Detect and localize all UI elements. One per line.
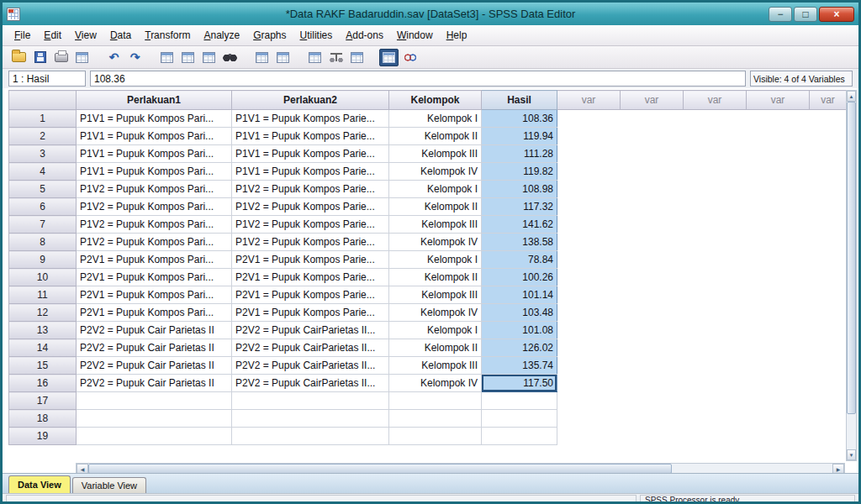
cell-kelompok[interactable]: Kelompok IV [389, 163, 482, 181]
cell-var[interactable] [557, 428, 621, 445]
cell-var[interactable] [557, 269, 621, 286]
row-number[interactable]: 5 [9, 181, 77, 198]
cell-var[interactable] [621, 375, 684, 392]
cell-var[interactable] [684, 410, 747, 428]
cell-var[interactable] [810, 234, 847, 251]
row-number[interactable]: 4 [9, 163, 77, 181]
cell-var[interactable] [621, 251, 684, 269]
cell-var[interactable] [557, 286, 621, 304]
cell-var[interactable] [621, 269, 684, 286]
cell-hasil[interactable]: 108.36 [482, 110, 557, 128]
cell-hasil[interactable]: 117.50 [482, 375, 557, 392]
cell-kelompok[interactable]: Kelompok II [389, 339, 482, 357]
print-button[interactable] [51, 49, 71, 66]
cell-var[interactable] [557, 339, 621, 357]
column-header-var-6[interactable]: var [684, 91, 747, 110]
cell-empty[interactable] [482, 392, 557, 410]
tab-variable-view[interactable]: Variable View [72, 477, 146, 493]
cell-var[interactable] [747, 110, 810, 128]
cell-kelompok[interactable]: Kelompok II [389, 128, 482, 145]
cell-perlakuan1[interactable]: P2V2 = Pupuk Cair Parietas II [77, 357, 232, 375]
row-number[interactable]: 3 [9, 145, 77, 163]
cell-var[interactable] [810, 339, 847, 357]
cell-var[interactable] [747, 163, 810, 181]
cell-perlakuan1[interactable]: P1V1 = Pupuk Kompos Pari... [77, 145, 232, 163]
cell-var[interactable] [621, 110, 684, 128]
cell-var[interactable] [621, 286, 684, 304]
cell-empty[interactable] [389, 428, 482, 445]
cell-var[interactable] [557, 110, 621, 128]
cell-var[interactable] [810, 375, 847, 392]
weight-cases-button[interactable] [326, 49, 346, 66]
menu-item-file[interactable]: File [8, 26, 37, 45]
cell-perlakuan1[interactable]: P1V1 = Pupuk Kompos Pari... [77, 110, 232, 128]
row-number[interactable]: 6 [9, 198, 77, 216]
value-labels-button[interactable] [379, 49, 399, 66]
row-number[interactable]: 1 [9, 110, 77, 128]
vertical-scrollbar[interactable]: ▲ ▼ [846, 90, 857, 461]
cell-perlakuan2[interactable]: P2V1 = Pupuk Kompos Parie... [232, 286, 389, 304]
cell-var[interactable] [747, 339, 810, 357]
goto-case-button[interactable] [178, 49, 198, 66]
cell-empty[interactable] [482, 410, 557, 428]
cell-empty[interactable] [389, 410, 482, 428]
cell-perlakuan1[interactable]: P2V1 = Pupuk Kompos Pari... [77, 286, 232, 304]
menu-item-help[interactable]: Help [440, 26, 474, 45]
row-number[interactable]: 19 [9, 428, 77, 445]
cell-var[interactable] [810, 322, 847, 339]
cell-empty[interactable] [482, 428, 557, 445]
cell-hasil[interactable]: 119.94 [482, 128, 557, 145]
undo-button[interactable]: ↶ [104, 49, 124, 66]
menu-item-graphs[interactable]: Graphs [246, 26, 293, 45]
cell-var[interactable] [747, 269, 810, 286]
menu-item-edit[interactable]: Edit [37, 26, 68, 45]
cell-hasil[interactable]: 126.02 [482, 339, 557, 357]
cell-var[interactable] [557, 392, 621, 410]
column-header-hasil[interactable]: Hasil [482, 91, 557, 110]
vertical-scroll-thumb[interactable] [847, 102, 856, 414]
cell-perlakuan2[interactable]: P2V1 = Pupuk Kompos Parie... [232, 269, 389, 286]
cell-var[interactable] [747, 181, 810, 198]
cell-var[interactable] [557, 234, 621, 251]
cell-var[interactable] [747, 375, 810, 392]
redo-button[interactable]: ↷ [125, 49, 145, 66]
cell-perlakuan2[interactable]: P2V2 = Pupuk CairParietas II... [232, 375, 389, 392]
open-file-button[interactable] [9, 49, 29, 66]
cell-perlakuan1[interactable]: P2V2 = Pupuk Cair Parietas II [77, 339, 232, 357]
cell-var[interactable] [684, 216, 747, 234]
find-button[interactable] [220, 49, 240, 66]
menu-item-data[interactable]: Data [103, 26, 138, 45]
cell-var[interactable] [621, 410, 684, 428]
cell-var[interactable] [747, 392, 810, 410]
cell-var[interactable] [557, 357, 621, 375]
cell-hasil[interactable]: 108.98 [482, 181, 557, 198]
scroll-down-icon[interactable]: ▼ [847, 449, 856, 460]
cell-kelompok[interactable]: Kelompok I [389, 181, 482, 198]
row-number[interactable]: 13 [9, 322, 77, 339]
cell-kelompok[interactable]: Kelompok I [389, 110, 482, 128]
cell-perlakuan1[interactable]: P1V1 = Pupuk Kompos Pari... [77, 128, 232, 145]
cell-var[interactable] [810, 286, 847, 304]
cell-var[interactable] [557, 145, 621, 163]
cell-var[interactable] [557, 163, 621, 181]
cell-kelompok[interactable]: Kelompok IV [389, 375, 482, 392]
cell-var[interactable] [684, 110, 747, 128]
cell-var[interactable] [621, 428, 684, 445]
cell-var[interactable] [621, 198, 684, 216]
cell-perlakuan2[interactable]: P1V1 = Pupuk Kompos Parie... [232, 128, 389, 145]
save-button[interactable] [30, 49, 50, 66]
row-number[interactable]: 12 [9, 304, 77, 322]
menu-item-analyze[interactable]: Analyze [197, 26, 246, 45]
cell-kelompok[interactable]: Kelompok III [389, 145, 482, 163]
cell-var[interactable] [621, 357, 684, 375]
cell-var[interactable] [557, 322, 621, 339]
cell-reference-box[interactable]: 1 : Hasil [8, 71, 86, 87]
cell-kelompok[interactable]: Kelompok III [389, 286, 482, 304]
cell-empty[interactable] [232, 410, 389, 428]
cell-perlakuan1[interactable]: P2V1 = Pupuk Kompos Pari... [77, 251, 232, 269]
cell-kelompok[interactable]: Kelompok II [389, 198, 482, 216]
cell-var[interactable] [747, 234, 810, 251]
cell-editor-field[interactable]: 108.36 [90, 71, 746, 87]
cell-perlakuan2[interactable]: P1V1 = Pupuk Kompos Parie... [232, 145, 389, 163]
cell-var[interactable] [810, 410, 847, 428]
